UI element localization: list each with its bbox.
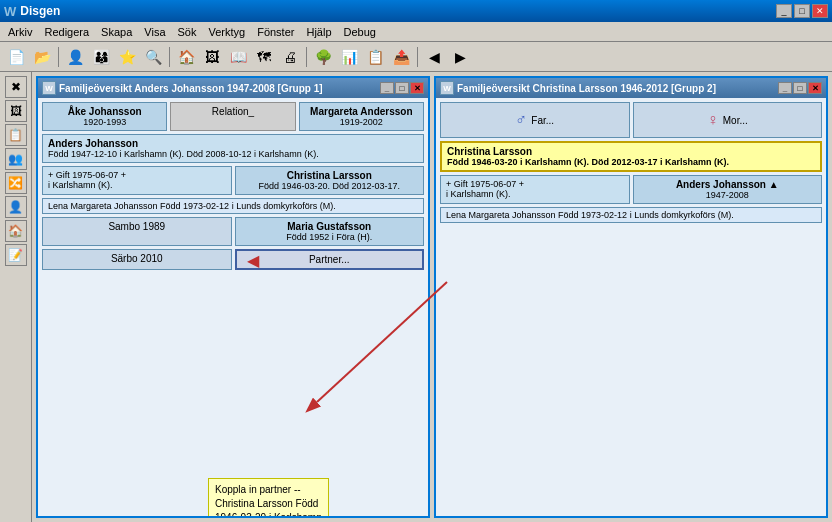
toolbar-person[interactable]: 👤 (63, 45, 87, 69)
sidebar-btn-5[interactable]: 🔀 (5, 172, 27, 194)
sidebar-btn-7[interactable]: 🏠 (5, 220, 27, 242)
toolbar: 📄 📂 👤 👨‍👩‍👦 ⭐ 🔍 🏠 🖼 📖 🗺 🖨 🌳 📊 📋 📤 ◀ ▶ (0, 42, 832, 72)
window2-maximize[interactable]: □ (793, 82, 807, 94)
mother-icon: ♀ (707, 111, 719, 129)
toolbar-sep1 (58, 47, 59, 67)
window1-content: Åke Johansson 1920-1993 Relation_ Margar… (38, 98, 428, 516)
menu-visa[interactable]: Visa (138, 24, 171, 40)
menu-arkiv[interactable]: Arkiv (2, 24, 38, 40)
toolbar-export[interactable]: 📤 (389, 45, 413, 69)
menu-skapa[interactable]: Skapa (95, 24, 138, 40)
toolbar-sep2 (169, 47, 170, 67)
window1-sambo-label: Sambo 1989 (42, 217, 232, 246)
window2-mother[interactable]: ♀ Mor... (633, 102, 823, 138)
window2-title: Familjeöversikt Christina Larsson 1946-2… (457, 83, 716, 94)
window2-father-label: Far... (531, 115, 554, 126)
window1-sambo-person[interactable]: Maria Gustafsson Född 1952 i Föra (H). (235, 217, 425, 246)
window1-child-row: Lena Margareta Johansson Född 1973-02-12… (42, 198, 424, 214)
app-title: Disgen (20, 4, 60, 18)
toolbar-family[interactable]: 👨‍👩‍👦 (89, 45, 113, 69)
window1-parent1[interactable]: Åke Johansson 1920-1993 (42, 102, 167, 131)
toolbar-book[interactable]: 📖 (226, 45, 250, 69)
window1-partner-name: Christina Larsson (241, 170, 419, 181)
window2-partner[interactable]: Anders Johansson ▲ 1947-2008 (633, 175, 823, 204)
toolbar-print[interactable]: 🖨 (278, 45, 302, 69)
minimize-button[interactable]: _ (776, 4, 792, 18)
sidebar-btn-6[interactable]: 👤 (5, 196, 27, 218)
window1-minimize[interactable]: _ (380, 82, 394, 94)
toolbar-list[interactable]: 📋 (363, 45, 387, 69)
window2-main-row: Christina Larsson Född 1946-03-20 i Karl… (440, 141, 822, 172)
left-sidebar: ✖ 🖼 📋 👥 🔀 👤 🏠 📝 (0, 72, 32, 522)
menu-verktyg[interactable]: Verktyg (202, 24, 251, 40)
window1-relation[interactable]: Relation_ (170, 102, 295, 131)
window1-marriage-row: + Gift 1975-06-07 + i Karlshamn (K). Chr… (42, 166, 424, 195)
window2-main-person[interactable]: Christina Larsson Född 1946-03-20 i Karl… (440, 141, 822, 172)
toolbar-photo[interactable]: 🖼 (200, 45, 224, 69)
toolbar-sep3 (306, 47, 307, 67)
menu-bar: Arkiv Redigera Skapa Visa Sök Verktyg Fö… (0, 22, 832, 42)
toolbar-report[interactable]: 📊 (337, 45, 361, 69)
window1-parent2-years: 1919-2002 (305, 117, 418, 127)
window2-partner-name: Anders Johansson ▲ (639, 179, 817, 190)
window2-child-row: Lena Margareta Johansson Född 1973-02-12… (440, 207, 822, 223)
window1-partner[interactable]: Christina Larsson Född 1946-03-20. Död 2… (235, 166, 425, 195)
window2-controls: _ □ ✕ (778, 82, 822, 94)
toolbar-search[interactable]: 🔍 (141, 45, 165, 69)
window1-main-name: Anders Johansson (48, 138, 418, 149)
window1-icon: W (42, 81, 56, 95)
menu-redigera[interactable]: Redigera (38, 24, 95, 40)
arrow-indicator: ◀ (247, 250, 259, 269)
toolbar-tree[interactable]: 🌳 (311, 45, 335, 69)
window1-partner-label: Partner... (309, 254, 350, 265)
toolbar-sep4 (417, 47, 418, 67)
menu-sok[interactable]: Sök (172, 24, 203, 40)
title-bar-controls: _ □ ✕ (776, 4, 828, 18)
window1-sambo-row: Sambo 1989 Maria Gustafsson Född 1952 i … (42, 217, 424, 246)
toolbar-new[interactable]: 📄 (4, 45, 28, 69)
window2-marriage-row: + Gift 1975-06-07 + i Karlshamn (K). And… (440, 175, 822, 204)
window2-marriage-label: + Gift 1975-06-07 + i Karlshamn (K). (446, 179, 624, 199)
window1-close[interactable]: ✕ (410, 82, 424, 94)
sidebar-btn-2[interactable]: 🖼 (5, 100, 27, 122)
title-bar: W Disgen _ □ ✕ (0, 0, 832, 22)
window1-main-info: Född 1947-12-10 i Karlshamn (K). Död 200… (48, 149, 418, 159)
window2: W Familjeöversikt Christina Larsson 1946… (434, 76, 828, 518)
sidebar-btn-3[interactable]: 📋 (5, 124, 27, 146)
window1-parent1-name: Åke Johansson (48, 106, 161, 117)
window1-title-bar: W Familjeöversikt Anders Johansson 1947-… (38, 78, 428, 98)
window1-partner-btn[interactable]: ◀ Partner... (235, 249, 425, 270)
window2-mother-label: Mor... (723, 115, 748, 126)
menu-debug[interactable]: Debug (338, 24, 382, 40)
maximize-button[interactable]: □ (794, 4, 810, 18)
sidebar-btn-8[interactable]: 📝 (5, 244, 27, 266)
toolbar-open[interactable]: 📂 (30, 45, 54, 69)
window1-title: Familjeöversikt Anders Johansson 1947-20… (59, 83, 323, 94)
window2-main-info: Född 1946-03-20 i Karlshamn (K). Död 201… (447, 157, 815, 167)
window1-child-info: Lena Margareta Johansson Född 1973-02-12… (48, 201, 336, 211)
window2-main-name: Christina Larsson (447, 146, 815, 157)
menu-hjalp[interactable]: Hjälp (300, 24, 337, 40)
toolbar-map[interactable]: 🗺 (252, 45, 276, 69)
window2-father[interactable]: ♂ Far... (440, 102, 630, 138)
window1-parents-row: Åke Johansson 1920-1993 Relation_ Margar… (42, 102, 424, 131)
menu-fonster[interactable]: Fönster (251, 24, 300, 40)
toolbar-star[interactable]: ⭐ (115, 45, 139, 69)
close-button[interactable]: ✕ (812, 4, 828, 18)
window2-minimize[interactable]: _ (778, 82, 792, 94)
toolbar-back[interactable]: ◀ (422, 45, 446, 69)
window2-parents-row: ♂ Far... ♀ Mor... (440, 102, 822, 138)
window1: W Familjeöversikt Anders Johansson 1947-… (36, 76, 430, 518)
window1-parent2[interactable]: Margareta Andersson 1919-2002 (299, 102, 424, 131)
window1-sambo-info: Född 1952 i Föra (H). (241, 232, 419, 242)
window1-maximize[interactable]: □ (395, 82, 409, 94)
sidebar-btn-1[interactable]: ✖ (5, 76, 27, 98)
window1-main-person[interactable]: Anders Johansson Född 1947-12-10 i Karls… (42, 134, 424, 163)
toolbar-forward[interactable]: ▶ (448, 45, 472, 69)
sidebar-btn-4[interactable]: 👥 (5, 148, 27, 170)
toolbar-home[interactable]: 🏠 (174, 45, 198, 69)
window2-close[interactable]: ✕ (808, 82, 822, 94)
window2-title-bar: W Familjeöversikt Christina Larsson 1946… (436, 78, 826, 98)
app-icon: W (4, 4, 16, 19)
window1-main-person-row: Anders Johansson Född 1947-12-10 i Karls… (42, 134, 424, 163)
